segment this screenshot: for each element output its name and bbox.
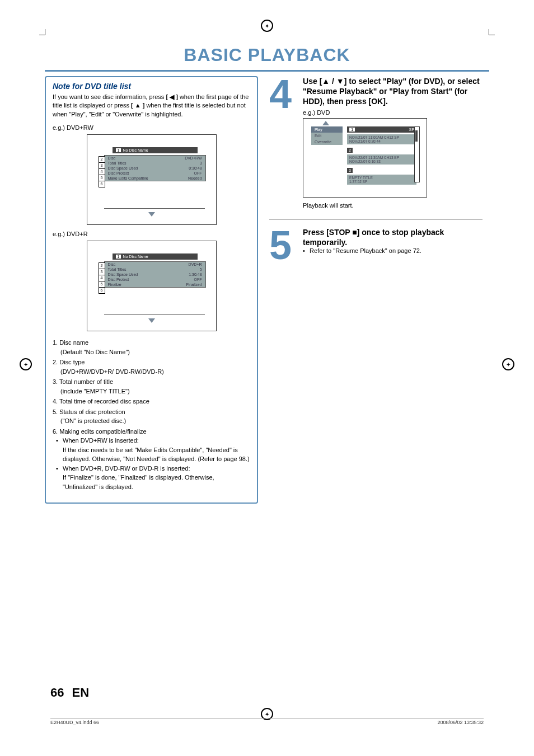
left-arrow-icon: [ ◀ ] [166,93,177,100]
note-box: Note for DVD title list If you want to s… [45,76,258,504]
step-bullet: Refer to "Resume Playback" on page 72. [303,247,483,254]
step-number: 4 [269,76,303,209]
note-heading: Note for DVD title list [53,82,250,91]
panel-table: DiscDVD+RW Total Titles3 Disc Space Used… [104,155,206,181]
crop-mark-icon [39,29,45,35]
step-4: 4 Use [▲ / ▼] to select "Play" (for DVD)… [269,76,483,209]
left-column: Note for DVD title list If you want to s… [45,76,258,509]
title-entry: EMPTY TITLE 1:37:52 SP [347,175,416,185]
down-arrow-icon [148,212,155,217]
disc-info-panel-r: 1No Disc Name DiscDVD+R Total Titles5 Di… [87,241,217,331]
step-note: Playback will start. [303,202,483,209]
step-number: 5 [269,227,303,264]
right-column: 4 Use [▲ / ▼] to select "Play" (for DVD)… [269,76,483,509]
up-arrow-icon [322,121,329,125]
up-arrow-icon: [ ▲ ] [131,102,144,109]
down-arrow-icon [148,318,155,323]
divider [269,219,483,219]
side-menu: Play Edit Overwrite [311,126,343,145]
title-list-panel: Play Edit Overwrite 1SP NOV/21/07 11:00A… [303,118,427,198]
step-heading: Use [▲ / ▼] to select "Play" (for DVD), … [303,76,483,107]
title-entry: NOV/21/07 11:00AM CH12 SP NOV/21/07 0:20… [347,134,416,144]
panel-header: 1No Disc Name [113,253,198,260]
note-body: If you want to see disc information, pre… [53,93,250,119]
title-entry: NOV/22/07 11:30AM CH13 EP NOV/22/07 0:10… [347,154,416,165]
registration-mark-icon [261,20,273,32]
panel-header: 1No Disc Name [113,147,198,153]
step-5: 5 Press [STOP ■] once to stop playback t… [269,227,483,264]
example-label: e.g.) DVD+R [53,231,250,237]
disc-info-panel-rw: 1No Disc Name DiscDVD+RW Total Titles3 D… [87,134,217,225]
panel-header: 1SP [347,126,416,133]
registration-mark-icon [502,358,514,370]
example-label: e.g.) DVD+RW [53,124,250,131]
example-label: e.g.) DVD [303,109,483,116]
legend-list: 1. Disc name(Default "No Disc Name") 2. … [53,338,250,491]
title-number: 3 [347,168,353,173]
panel-table: DiscDVD+R Total Titles5 Disc Space Used1… [104,261,206,288]
page-number: 66EN [50,685,89,700]
registration-mark-icon [20,358,32,370]
crop-mark-icon [489,29,495,35]
page-title: BASIC PLAYBACK [45,45,489,65]
title-number: 2 [347,148,353,153]
callout-marker: 6 [99,287,105,294]
scrollbar [414,126,420,182]
callout-marker: 6 [99,181,105,187]
print-footer: E2H40UD_v4.indd 66 2008/06/02 13:35:32 [50,718,484,725]
divider [45,70,489,72]
step-heading: Press [STOP ■] once to stop playback tem… [303,227,483,247]
